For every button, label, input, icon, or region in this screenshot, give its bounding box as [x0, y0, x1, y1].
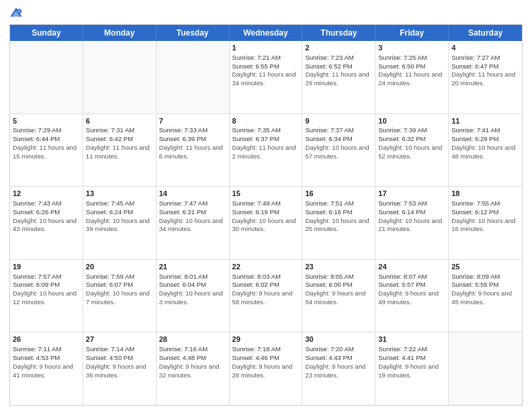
sunrise-text: Sunrise: 7:18 AM [232, 345, 300, 354]
sunrise-text: Sunrise: 7:20 AM [305, 345, 372, 354]
sunrise-text: Sunrise: 7:39 AM [378, 126, 445, 135]
sunset-text: Sunset: 4:43 PM [305, 354, 372, 363]
calendar-day-23: 23Sunrise: 8:05 AMSunset: 6:00 PMDayligh… [302, 260, 375, 332]
sunrise-text: Sunrise: 7:29 AM [13, 126, 80, 135]
day-number: 30 [305, 334, 372, 345]
day-number: 23 [305, 262, 372, 272]
calendar-day-29: 29Sunrise: 7:18 AMSunset: 4:46 PMDayligh… [230, 332, 303, 405]
daylight-text: Daylight: 11 hours and 34 minutes. [232, 71, 300, 88]
daylight-text: Daylight: 10 hours and 57 minutes. [305, 144, 372, 161]
calendar-day-1: 1Sunrise: 7:21 AMSunset: 6:55 PMDaylight… [230, 41, 303, 113]
daylight-text: Daylight: 11 hours and 15 minutes. [13, 144, 80, 161]
sunrise-text: Sunrise: 8:09 AM [451, 273, 519, 281]
day-number: 25 [451, 262, 519, 272]
calendar-day-13: 13Sunrise: 7:45 AMSunset: 6:24 PMDayligh… [83, 187, 157, 259]
daylight-text: Daylight: 10 hours and 48 minutes. [451, 144, 519, 161]
sunrise-text: Sunrise: 8:05 AM [305, 273, 372, 281]
day-header-saturday: Saturday [449, 25, 522, 41]
calendar-day-11: 11Sunrise: 7:41 AMSunset: 6:29 PMDayligh… [449, 114, 522, 187]
sunset-text: Sunset: 6:39 PM [159, 135, 226, 144]
sunrise-text: Sunrise: 7:43 AM [13, 199, 80, 208]
calendar-empty [449, 332, 522, 405]
sunset-text: Sunset: 4:41 PM [378, 354, 445, 363]
calendar-week-3: 12Sunrise: 7:43 AMSunset: 6:26 PMDayligh… [10, 186, 522, 259]
daylight-text: Daylight: 11 hours and 11 minutes. [86, 144, 153, 161]
sunset-text: Sunset: 6:52 PM [305, 62, 372, 71]
daylight-text: Daylight: 10 hours and 34 minutes. [159, 217, 226, 234]
day-header-wednesday: Wednesday [230, 25, 303, 41]
calendar-day-27: 27Sunrise: 7:14 AMSunset: 4:50 PMDayligh… [83, 332, 157, 405]
day-number: 15 [232, 189, 300, 199]
calendar-day-15: 15Sunrise: 7:49 AMSunset: 6:19 PMDayligh… [230, 187, 303, 259]
svg-point-3 [18, 10, 21, 13]
sunrise-text: Sunrise: 7:53 AM [378, 199, 445, 208]
day-number: 7 [159, 116, 226, 126]
sunrise-text: Sunrise: 8:07 AM [378, 273, 445, 281]
calendar-day-6: 6Sunrise: 7:31 AMSunset: 6:42 PMDaylight… [83, 114, 157, 187]
sunrise-text: Sunrise: 7:21 AM [232, 54, 300, 62]
day-number: 9 [305, 116, 372, 126]
sunset-text: Sunset: 6:16 PM [305, 208, 372, 217]
day-number: 5 [13, 116, 80, 126]
day-number: 13 [86, 189, 153, 199]
day-number: 2 [305, 43, 372, 53]
day-number: 11 [451, 116, 519, 126]
sunset-text: Sunset: 6:47 PM [451, 62, 519, 71]
calendar-day-4: 4Sunrise: 7:27 AMSunset: 6:47 PMDaylight… [449, 41, 522, 113]
sunrise-text: Sunrise: 7:45 AM [86, 199, 153, 208]
day-number: 29 [232, 334, 300, 345]
sunrise-text: Sunrise: 7:27 AM [451, 54, 519, 62]
daylight-text: Daylight: 10 hours and 43 minutes. [13, 217, 80, 234]
calendar-day-24: 24Sunrise: 8:07 AMSunset: 5:57 PMDayligh… [375, 260, 449, 332]
calendar: SundayMondayTuesdayWednesdayThursdayFrid… [9, 24, 523, 406]
day-header-thursday: Thursday [302, 25, 375, 41]
day-number: 1 [232, 43, 300, 53]
sunset-text: Sunset: 6:37 PM [232, 135, 300, 144]
daylight-text: Daylight: 10 hours and 12 minutes. [13, 289, 80, 307]
sunrise-text: Sunrise: 7:47 AM [159, 199, 226, 208]
sunrise-text: Sunrise: 8:01 AM [159, 273, 226, 281]
sunset-text: Sunset: 6:04 PM [159, 281, 226, 289]
daylight-text: Daylight: 10 hours and 30 minutes. [232, 217, 300, 234]
daylight-text: Daylight: 10 hours and 3 minutes. [159, 289, 226, 307]
calendar-day-5: 5Sunrise: 7:29 AMSunset: 6:44 PMDaylight… [10, 114, 83, 187]
sunrise-text: Sunrise: 7:59 AM [86, 273, 153, 281]
sunrise-text: Sunrise: 7:37 AM [305, 126, 372, 135]
calendar-day-18: 18Sunrise: 7:55 AMSunset: 6:12 PMDayligh… [449, 187, 522, 259]
day-header-tuesday: Tuesday [157, 25, 230, 41]
daylight-text: Daylight: 11 hours and 6 minutes. [159, 144, 226, 161]
sunrise-text: Sunrise: 7:35 AM [232, 126, 300, 135]
sunrise-text: Sunrise: 7:25 AM [378, 54, 445, 62]
daylight-text: Daylight: 9 hours and 54 minutes. [305, 289, 372, 307]
calendar-day-20: 20Sunrise: 7:59 AMSunset: 6:07 PMDayligh… [83, 260, 157, 332]
sunrise-text: Sunrise: 7:55 AM [451, 199, 519, 208]
sunset-text: Sunset: 6:42 PM [86, 135, 153, 144]
calendar-body: 1Sunrise: 7:21 AMSunset: 6:55 PMDaylight… [10, 41, 522, 405]
daylight-text: Daylight: 11 hours and 24 minutes. [378, 71, 445, 88]
day-number: 17 [378, 189, 445, 199]
calendar-day-16: 16Sunrise: 7:51 AMSunset: 6:16 PMDayligh… [302, 187, 375, 259]
sunset-text: Sunset: 4:48 PM [159, 354, 226, 363]
page-header [9, 7, 523, 20]
daylight-text: Daylight: 10 hours and 52 minutes. [378, 144, 445, 161]
calendar-day-2: 2Sunrise: 7:23 AMSunset: 6:52 PMDaylight… [302, 41, 375, 113]
sunset-text: Sunset: 6:12 PM [451, 208, 519, 217]
day-number: 10 [378, 116, 445, 126]
day-number: 22 [232, 262, 300, 272]
calendar-day-12: 12Sunrise: 7:43 AMSunset: 6:26 PMDayligh… [10, 187, 83, 259]
calendar-empty [157, 41, 230, 113]
daylight-text: Daylight: 9 hours and 32 minutes. [159, 363, 226, 380]
sunset-text: Sunset: 6:29 PM [451, 135, 519, 144]
daylight-text: Daylight: 11 hours and 29 minutes. [305, 71, 372, 88]
daylight-text: Daylight: 9 hours and 45 minutes. [451, 289, 519, 307]
day-number: 18 [451, 189, 519, 199]
day-number: 3 [378, 43, 445, 53]
calendar-day-7: 7Sunrise: 7:33 AMSunset: 6:39 PMDaylight… [157, 114, 230, 187]
sunset-text: Sunset: 5:55 PM [451, 281, 519, 289]
daylight-text: Daylight: 10 hours and 7 minutes. [86, 289, 153, 307]
daylight-text: Daylight: 10 hours and 21 minutes. [378, 217, 445, 234]
day-number: 12 [13, 189, 80, 199]
sunset-text: Sunset: 4:46 PM [232, 354, 300, 363]
calendar-day-21: 21Sunrise: 8:01 AMSunset: 6:04 PMDayligh… [157, 260, 230, 332]
calendar-header: SundayMondayTuesdayWednesdayThursdayFrid… [10, 25, 522, 41]
